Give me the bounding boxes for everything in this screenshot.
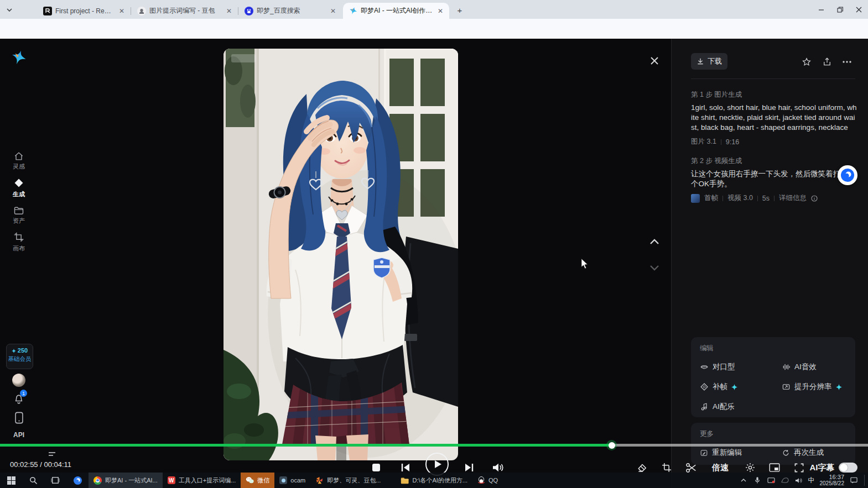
action-center-icon[interactable] xyxy=(849,476,858,485)
window-restore-button[interactable] xyxy=(830,0,849,19)
taskbar-clock[interactable]: 16:37 2025/8/22 xyxy=(820,474,845,486)
sidebar-item-assets[interactable]: 资产 xyxy=(0,217,38,225)
progress-filled xyxy=(0,444,611,447)
step2-title: 第 2 步 视频生成 xyxy=(691,156,742,166)
sparkle-icon xyxy=(12,349,16,353)
edit-card: 编辑 对口型 AI音效 补帧 提升分辨率 xyxy=(691,337,855,417)
taskbar-search-icon[interactable] xyxy=(22,473,44,488)
taskbar-app-wps[interactable]: W 工具入口+提示词编... xyxy=(163,473,241,488)
jimeng-logo[interactable] xyxy=(11,50,27,65)
user-avatar[interactable] xyxy=(12,374,25,387)
taskbar-app-jimeng-chrome[interactable]: 即梦AI - 一站式AI... xyxy=(89,473,163,488)
playlist-icon[interactable] xyxy=(49,452,57,457)
step1-meta: 图片 3.1 9:16 xyxy=(691,137,739,146)
step2-details-link[interactable]: 详细信息 xyxy=(779,193,807,203)
ime-indicator[interactable]: 中 xyxy=(808,476,815,485)
sidebar-item-canvas[interactable]: 画布 xyxy=(0,244,38,253)
taskbar-app-qq[interactable]: QQ xyxy=(472,473,503,488)
mobile-app-icon[interactable] xyxy=(14,412,24,424)
browser-tab-strip: First project - Recraft ✕ 图片提示词编写 - 豆包 ✕… xyxy=(0,0,868,19)
tab-recraft[interactable]: First project - Recraft ✕ xyxy=(38,3,131,19)
home-icon[interactable] xyxy=(13,151,24,162)
tab-list-chevron-icon[interactable] xyxy=(4,5,14,15)
taskbar-app-folder[interactable]: D:\各个AI的使用方... xyxy=(396,473,472,488)
download-button[interactable]: 下载 xyxy=(691,53,727,70)
first-frame-label: 首帧 xyxy=(704,193,718,203)
progress-handle[interactable] xyxy=(606,440,617,450)
refresh-icon xyxy=(782,449,790,457)
jimeng-app-page: 灵感 生成 资产 画布 250 基础会员 1 API xyxy=(0,39,868,488)
taskbar-app-notes[interactable]: 即梦、可灵、豆包... xyxy=(310,473,386,488)
progress-remaining xyxy=(611,444,868,447)
tray-expand-chevron-icon[interactable] xyxy=(739,476,748,485)
video-frame[interactable] xyxy=(224,49,458,460)
taskbar-app-wechat[interactable]: 微信 xyxy=(241,473,274,488)
credit-count: 250 xyxy=(18,347,28,354)
assistant-taskbar-icon[interactable] xyxy=(66,473,89,488)
first-frame-thumbnail[interactable] xyxy=(691,194,700,203)
share-icon[interactable] xyxy=(822,56,833,67)
assets-icon[interactable] xyxy=(13,205,24,216)
tab-baidu[interactable]: 即梦_百度搜索 ✕ xyxy=(239,3,342,19)
edit-card-title: 编辑 xyxy=(700,344,846,353)
meta-divider xyxy=(721,139,721,145)
generate-icon[interactable] xyxy=(14,178,24,188)
window-close-button[interactable] xyxy=(849,0,868,19)
assistant-icon xyxy=(840,168,855,182)
tab-close-icon[interactable]: ✕ xyxy=(436,7,445,15)
membership-badge[interactable]: 250 基础会员 xyxy=(6,344,33,369)
step2-prompt[interactable]: 让这个女孩用右手撩一下头发，然后微笑着打一个OK手势。 xyxy=(691,169,855,189)
info-icon[interactable] xyxy=(811,195,818,202)
window-minimize-button[interactable] xyxy=(812,0,830,19)
next-item-chevron-icon[interactable] xyxy=(649,265,659,271)
step2-model: 视频 3.0 xyxy=(727,193,753,203)
skip-back-icon xyxy=(401,463,410,472)
sidebar-item-generate[interactable]: 生成 xyxy=(0,190,38,198)
step2-duration: 5s xyxy=(762,195,770,202)
gear-icon xyxy=(745,462,756,473)
task-view-icon[interactable] xyxy=(44,473,66,488)
upscale-resolution-button[interactable]: 提升分辨率 xyxy=(782,382,846,392)
display-tray-icon[interactable] xyxy=(781,476,789,485)
screen-recorder-tray-icon[interactable] xyxy=(767,476,776,485)
folder-icon xyxy=(401,477,409,484)
ai-subtitles-toggle[interactable] xyxy=(839,463,857,473)
tab-close-icon[interactable]: ✕ xyxy=(329,7,337,15)
microphone-tray-icon[interactable] xyxy=(753,476,762,485)
notifications-bell-icon[interactable]: 1 xyxy=(13,392,25,405)
tab-jimeng-active[interactable]: 即梦AI - 一站式AI创作平台 ✕ xyxy=(343,3,449,19)
step1-prompt[interactable]: 1girl, solo, short hair, blue hair, scho… xyxy=(691,103,857,133)
sidebar-item-inspiration[interactable]: 灵感 xyxy=(0,162,38,171)
meta-divider xyxy=(757,196,758,201)
assistant-floating-button[interactable] xyxy=(838,165,857,185)
api-link[interactable]: API xyxy=(0,431,38,439)
show-desktop-sliver[interactable] xyxy=(864,475,865,486)
step1-model: 图片 3.1 xyxy=(691,137,716,146)
new-tab-button[interactable]: + xyxy=(455,5,465,15)
tab-title: First project - Recraft xyxy=(55,7,114,15)
start-button[interactable] xyxy=(0,473,22,488)
volume-tray-icon[interactable] xyxy=(794,476,803,485)
doubao-favicon xyxy=(137,7,146,15)
favorite-star-icon[interactable] xyxy=(801,56,812,67)
tab-doubao[interactable]: 图片提示词编写 - 豆包 ✕ xyxy=(132,3,238,19)
lips-icon xyxy=(700,363,709,371)
lip-sync-button[interactable]: 对口型 xyxy=(700,362,782,372)
tab-close-icon[interactable]: ✕ xyxy=(225,7,233,15)
step1-ratio: 9:16 xyxy=(726,138,739,146)
browser-toolbar: jimeng.jianying.com/ai-tool/generate xyxy=(0,19,868,39)
mouse-cursor xyxy=(581,259,589,270)
jimeng-favicon xyxy=(349,7,357,15)
previous-item-chevron-icon[interactable] xyxy=(649,238,659,245)
wechat-icon xyxy=(246,476,254,484)
viewer-close-icon[interactable] xyxy=(649,56,659,66)
frame-interpolation-button[interactable]: 补帧 xyxy=(700,382,782,392)
taskbar-app-ocam[interactable]: ocam xyxy=(274,473,310,488)
video-progress-bar[interactable] xyxy=(0,444,868,447)
windows-taskbar: 即梦AI - 一站式AI... W 工具入口+提示词编... 微信 ocam 即… xyxy=(0,473,868,488)
ai-sound-effects-button[interactable]: AI音效 xyxy=(782,362,846,372)
more-options-icon[interactable] xyxy=(841,56,853,67)
tab-close-icon[interactable]: ✕ xyxy=(117,7,126,15)
canvas-icon[interactable] xyxy=(13,232,24,243)
ai-music-button[interactable]: AI配乐 xyxy=(700,402,782,412)
